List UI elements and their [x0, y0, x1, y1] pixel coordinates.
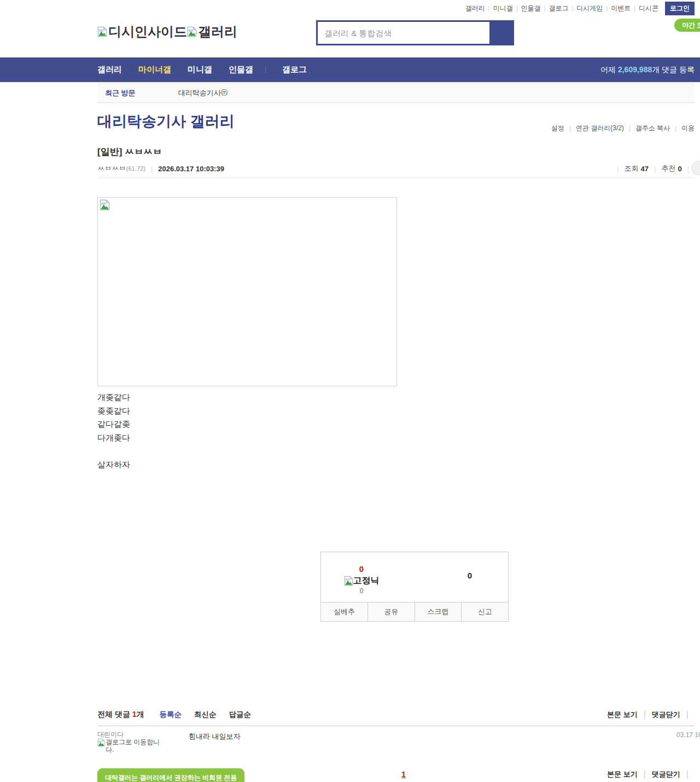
nav-item-minor-gallery[interactable]: 마이너갤 [138, 65, 171, 75]
post-body-line: 다개좆다 [97, 431, 130, 445]
post-body-line: 개좆같다 [97, 391, 130, 404]
search-box [316, 20, 514, 45]
view-post-link[interactable]: 본문 보기 [607, 769, 638, 779]
sort-by-registered[interactable]: 등록순 [160, 710, 182, 720]
fixed-nick-upvote-count: 0 [321, 587, 402, 595]
gallery-settings-link[interactable]: 설정 [551, 124, 564, 133]
copy-gallery-url-link[interactable]: 갤주소 복사 [635, 124, 670, 133]
separator: | [571, 5, 573, 11]
related-galleries-link[interactable]: 연관 갤러리(3/2) [576, 124, 624, 133]
main-nav-items: 갤러리 마이너갤 미니갤 인물갤 갤로그 [97, 57, 323, 82]
separator: | [686, 710, 689, 720]
toplink-gallog[interactable]: 갤로그 [549, 4, 568, 13]
stats-prefix: 어제 [600, 65, 618, 74]
separator: | [617, 165, 619, 173]
separator: | [675, 125, 676, 132]
sort-by-reply[interactable]: 답글순 [229, 710, 252, 720]
comments-header: 전체 댓글 1개 등록순 최신순 답글순 본문 보기 | 댓글닫기 | [97, 708, 695, 721]
gallery-title[interactable]: 대리탁송기사 갤러리 [97, 112, 235, 131]
comments-footer-links: 본문 보기 | 댓글닫기 | [97, 769, 695, 779]
post-title: [일반] ㅆㅂㅆㅂ [97, 146, 162, 158]
recommend-count: 0 [678, 165, 681, 173]
post-body-line: 좆좆같다 [97, 404, 130, 418]
post-date: 2026.03.17 10:03:39 [158, 165, 224, 173]
silbechu-button[interactable]: 실베추 [321, 603, 368, 621]
views-label: 조회 [625, 164, 639, 173]
main-navigation-bar: 갤러리 마이너갤 미니갤 인물갤 갤로그 어제 2,609,988개 댓글 등록 [0, 57, 700, 82]
gallog-alt-text: 갤로그로 이동합니다. [106, 738, 160, 754]
scrap-button[interactable]: 스크랩 [415, 603, 462, 621]
login-button[interactable]: 로그인 [665, 2, 695, 15]
separator: | [569, 125, 571, 132]
broken-image-icon [100, 199, 110, 211]
top-utility-bar: 갤러리| 미니갤| 인물갤| 갤로그| 디시게임| 이벤트| 디시콘 로그인 [0, 0, 695, 16]
post-body-line: 살자하자 [97, 458, 130, 472]
toplink-minigall[interactable]: 미니갤 [493, 4, 513, 13]
logo-text-dcinside: 디시인사이드 [108, 23, 187, 40]
separator: | [488, 5, 490, 11]
comments-total-count: 1 [132, 710, 137, 719]
share-button[interactable]: 공유 [368, 603, 415, 621]
separator: | [151, 165, 153, 173]
toplink-event[interactable]: 이벤트 [611, 4, 631, 13]
broken-image-icon [187, 26, 197, 37]
dcinside-gallery-page: 갤러리| 미니갤| 인물갤| 갤로그| 디시게임| 이벤트| 디시콘 로그인 야… [0, 0, 700, 782]
post-author-ip: (61.72) [126, 165, 145, 172]
vote-counts-panel: 0 고정닉 0 0 [320, 552, 509, 603]
search-input[interactable] [318, 22, 489, 44]
comments-header-links: 본문 보기 | 댓글닫기 | [607, 710, 695, 720]
post-body: 개좆같다 좆좆같다 같다갈좆 다개좆다 살자하자 [97, 391, 130, 471]
recent-gallery-name: 대리탁송기사 [178, 89, 221, 97]
toplink-persongall[interactable]: 인물갤 [521, 4, 541, 13]
broken-image-icon [97, 738, 105, 747]
recent-gallery-link[interactable]: 대리탁송기사ⓜ [178, 88, 228, 98]
stats-suffix: 개 댓글 등록 [652, 65, 695, 74]
nav-item-gallog[interactable]: 갤로그 [282, 65, 307, 75]
divider [265, 66, 266, 73]
gallery-header-links: 설정| 연관 갤러리(3/2)| 갤주소 복사| 이용 [551, 124, 695, 133]
nav-item-gallery[interactable]: 갤러리 [97, 65, 122, 75]
post-body-line [97, 444, 130, 458]
sort-by-newest[interactable]: 최신순 [194, 710, 217, 720]
upvote-count[interactable]: 0 [321, 564, 402, 574]
night-mode-button[interactable]: 야간 모드 [674, 19, 700, 32]
usage-guide-link[interactable]: 이용 [681, 124, 695, 133]
downvote-count[interactable]: 0 [442, 571, 497, 580]
separator: | [516, 5, 518, 11]
comment-count-stats: 어제 2,609,988개 댓글 등록 [600, 57, 695, 82]
toplink-gallery[interactable]: 갤러리 [465, 4, 485, 13]
fixed-nick-label: 고정닉 [353, 575, 380, 587]
broken-image-icon [97, 26, 107, 37]
close-comments-link[interactable]: 댓글닫기 [652, 769, 680, 779]
vote-widget: 0 고정닉 0 0 실베추 공유 스크랩 신고 [320, 552, 509, 622]
post-stats: | 조회 47 | 추천 0 | [611, 164, 695, 173]
nav-item-person-gallery[interactable]: 인물갤 [229, 65, 253, 75]
minor-gallery-badge: ⓜ [221, 89, 228, 97]
comments-total-label: 전체 댓글 [97, 710, 132, 719]
comment-gallog-link[interactable]: 갤로그로 이동합니다. [97, 738, 166, 754]
post-info-row: ㅆㅂㅆㅂ (61.72) | 2026.03.17 10:03:39 | 조회 … [97, 163, 695, 175]
post-author[interactable]: ㅆㅂㅆㅂ [97, 164, 126, 173]
search-button[interactable] [489, 22, 512, 44]
separator: | [686, 769, 689, 779]
separator: | [544, 5, 546, 11]
toplink-dcgame[interactable]: 디시게임 [576, 4, 603, 13]
upvote-button[interactable]: 고정닉 [321, 575, 402, 587]
recommend-label: 추천 [661, 164, 675, 173]
toplink-dccon[interactable]: 디시콘 [639, 4, 658, 13]
recent-visit-label[interactable]: 최근 방문 [105, 88, 136, 98]
close-comments-link[interactable]: 댓글닫기 [652, 710, 680, 720]
post-category: [일반] [97, 147, 122, 157]
report-button[interactable]: 신고 [461, 603, 508, 621]
view-post-link[interactable]: 본문 보기 [607, 710, 638, 720]
views-count: 47 [641, 165, 649, 173]
separator: | [687, 165, 689, 173]
nav-item-mini-gallery[interactable]: 미니갤 [188, 65, 212, 75]
post-body-line: 같다갈좆 [97, 418, 130, 431]
post-title-text: ㅆㅂㅆㅂ [125, 147, 162, 157]
separator: | [634, 5, 635, 11]
broken-image-icon [344, 576, 353, 586]
logo-text-gallery: 갤러리 [198, 23, 237, 40]
site-logo[interactable]: 디시인사이드 갤러리 [97, 23, 237, 40]
comment-timestamp: 03.17 10 [676, 731, 700, 739]
